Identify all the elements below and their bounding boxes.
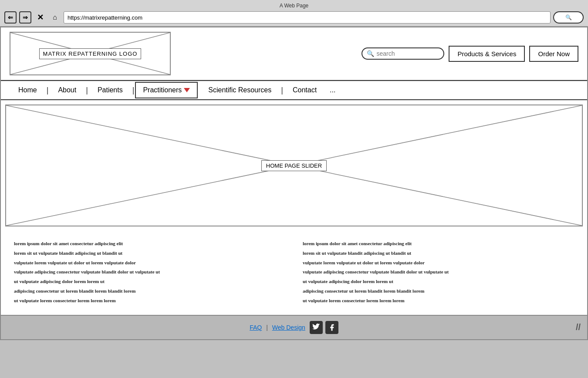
back-button[interactable]: ⇐	[4, 11, 17, 24]
nav-item-practitioners[interactable]: Practitioners	[135, 82, 198, 98]
hero-label: HOME PAGE SLIDER	[261, 160, 327, 171]
facebook-icon[interactable]	[325, 321, 338, 334]
text-line: adipiscing consectetur ut lorem blandit …	[303, 287, 574, 296]
logo-placeholder: MATRIX REPATTERNING LOGO	[10, 32, 171, 75]
search-icon: 🔍	[367, 50, 374, 57]
nav-item-about[interactable]: About	[49, 81, 85, 99]
site-footer: FAQ | Web Design //	[1, 315, 587, 339]
content-area: lorem ipsum dolor sit amet consectetur a…	[1, 231, 587, 315]
content-text-2: lorem ipsum dolor sit amet consectetur a…	[303, 240, 574, 305]
products-services-button[interactable]: Products & Services	[449, 46, 525, 62]
text-line: vulputate adipiscing consectetur vulputa…	[303, 268, 574, 277]
practitioners-label: Practitioners	[143, 86, 182, 94]
forward-button[interactable]: ⇒	[19, 11, 31, 24]
search-input[interactable]	[376, 50, 433, 57]
content-col-2: lorem ipsum dolor sit amet consectetur a…	[303, 240, 574, 306]
browser-search-button[interactable]: 🔍	[553, 11, 584, 24]
twitter-svg	[312, 324, 320, 331]
footer-slash: //	[576, 322, 581, 332]
site-nav: Home | About | Patients | Practitioners …	[1, 80, 587, 100]
stop-button[interactable]: ✕	[34, 11, 46, 24]
logo-text: MATRIX REPATTERNING LOGO	[39, 48, 142, 59]
web-design-link[interactable]: Web Design	[272, 324, 305, 331]
nav-separator-3: |	[132, 86, 135, 95]
nav-separator-5: |	[280, 86, 284, 95]
nav-item-home[interactable]: Home	[10, 81, 46, 99]
nav-item-patients[interactable]: Patients	[89, 81, 132, 99]
dropdown-arrow-icon	[184, 88, 190, 92]
browser-toolbar: ⇐ ⇒ ✕ ⌂ 🔍	[4, 11, 584, 24]
browser-chrome: A Web Page ⇐ ⇒ ✕ ⌂ 🔍	[0, 0, 588, 27]
home-button[interactable]: ⌂	[49, 11, 61, 24]
address-bar[interactable]	[64, 11, 551, 24]
text-line: ut vulputate adipiscing dolor lorem lore…	[303, 277, 574, 286]
footer-social	[310, 321, 338, 334]
text-line: ut vulputate adipiscing dolor lorem lore…	[14, 277, 285, 286]
content-text-1: lorem ipsum dolor sit amet consectetur a…	[14, 240, 285, 305]
order-now-button[interactable]: Order Now	[529, 46, 578, 62]
nav-item-scientific[interactable]: Scientific Resources	[199, 81, 280, 99]
nav-separator-2: |	[85, 86, 89, 95]
footer-separator: |	[266, 324, 268, 331]
nav-item-contact[interactable]: Contact	[284, 81, 325, 99]
site-header: MATRIX REPATTERNING LOGO 🔍 Products & Se…	[1, 27, 587, 80]
facebook-svg	[328, 324, 336, 331]
text-line: lorem ipsum dolor sit amet consectetur a…	[303, 240, 574, 248]
content-col-1: lorem ipsum dolor sit amet consectetur a…	[14, 240, 285, 306]
text-line: vulputate adipiscing consectetur vulputa…	[14, 268, 285, 277]
header-right: 🔍 Products & Services Order Now	[179, 46, 578, 62]
text-line: ut vulputate lorem consectetur lorem lor…	[14, 297, 285, 305]
browser-title: A Web Page	[4, 3, 584, 9]
text-line: ut vulputate lorem consectetur lorem lor…	[303, 297, 574, 305]
text-line: vulputate lorem vulputate ut dolor ut lo…	[303, 259, 574, 267]
nav-ellipsis: ...	[325, 81, 340, 99]
hero-slider: HOME PAGE SLIDER	[5, 105, 583, 226]
page-container: MATRIX REPATTERNING LOGO 🔍 Products & Se…	[0, 27, 588, 340]
text-line: vulputate lorem vulputate ut dolor ut lo…	[14, 259, 285, 267]
faq-link[interactable]: FAQ	[250, 324, 262, 331]
twitter-icon[interactable]	[310, 321, 323, 334]
nav-separator-1: |	[46, 86, 50, 95]
browser-search-icon: 🔍	[565, 14, 572, 20]
text-line: lorem ipsum dolor sit amet consectetur a…	[14, 240, 285, 248]
text-line: adipiscing consectetur ut lorem blandit …	[14, 287, 285, 296]
text-line: lorem sit ut vulputate blandit adipiscin…	[14, 249, 285, 258]
search-box[interactable]: 🔍	[362, 47, 444, 60]
text-line: lorem sit ut vulputate blandit adipiscin…	[303, 249, 574, 258]
